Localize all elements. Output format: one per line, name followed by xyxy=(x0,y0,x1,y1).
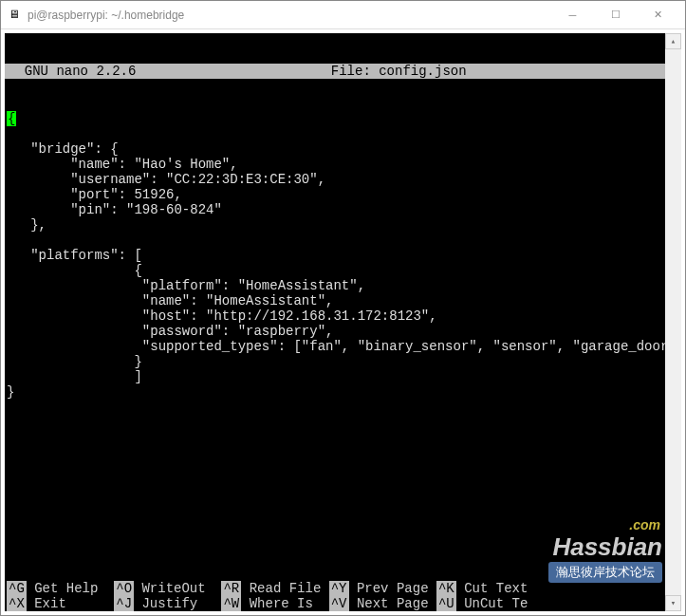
scroll-up-button[interactable]: ▴ xyxy=(665,33,681,49)
nano-version: GNU nano 2.2.6 xyxy=(9,64,136,79)
code-line: } xyxy=(7,354,142,369)
code-line: "name": "Hao's Home", xyxy=(7,157,238,172)
close-button[interactable]: ✕ xyxy=(637,2,679,28)
shortcut-uncut[interactable]: ^U xyxy=(436,596,456,611)
nano-header: GNU nano 2.2.6 File: config.json xyxy=(5,64,665,79)
scroll-down-button[interactable]: ▾ xyxy=(665,595,681,611)
shortcut-label: Get Help xyxy=(27,581,114,596)
shortcut-next-page[interactable]: ^V xyxy=(329,596,349,611)
code-line: "bridge": { xyxy=(7,141,119,157)
code-line: "name": "HomeAssistant", xyxy=(7,293,333,308)
code-line: "platform": "HomeAssistant", xyxy=(7,278,365,293)
minimize-button[interactable]: ─ xyxy=(551,2,594,28)
putty-icon: 🖥 xyxy=(7,8,22,23)
nano-file: File: config.json xyxy=(136,64,661,79)
window-controls: ─ ☐ ✕ xyxy=(551,2,679,28)
shortcut-label: Prev Page xyxy=(349,581,436,596)
shortcut-label: Where Is xyxy=(241,596,328,611)
code-line: "password": "raspberry", xyxy=(7,324,333,339)
code-line: ] xyxy=(7,369,142,384)
shortcut-prev-page[interactable]: ^Y xyxy=(329,581,349,596)
titlebar[interactable]: 🖥 pi@raspberrypi: ~/.homebridge ─ ☐ ✕ xyxy=(1,1,685,29)
shortcut-label: Next Page xyxy=(349,596,436,611)
shortcut-label: Read File xyxy=(241,581,328,596)
terminal-area: GNU nano 2.2.6 File: config.json { "brid… xyxy=(5,33,681,611)
scrollbar[interactable]: ▴ ▾ xyxy=(665,33,681,611)
code-line: "username": "CC:22:3D:E3:CE:30", xyxy=(7,172,325,187)
code-line: "pin": "198-60-824" xyxy=(7,202,222,217)
shortcut-read-file[interactable]: ^R xyxy=(221,581,241,596)
code-line: "host": "http://192.168.31.172:8123", xyxy=(7,308,437,324)
code-line: "port": 51926, xyxy=(7,187,182,202)
shortcut-exit[interactable]: ^X xyxy=(7,596,27,611)
shortcut-label: Justify xyxy=(134,596,221,611)
code-line: }, xyxy=(7,217,46,233)
scroll-track[interactable] xyxy=(665,49,681,595)
shortcut-cut-text[interactable]: ^K xyxy=(436,581,456,596)
terminal[interactable]: GNU nano 2.2.6 File: config.json { "brid… xyxy=(5,33,665,611)
putty-window: 🖥 pi@raspberrypi: ~/.homebridge ─ ☐ ✕ GN… xyxy=(0,0,686,616)
shortcut-where-is[interactable]: ^W xyxy=(221,596,241,611)
window-title: pi@raspberrypi: ~/.homebridge xyxy=(28,9,551,22)
shortcut-writeout[interactable]: ^O xyxy=(114,581,134,596)
code-line: { xyxy=(7,263,142,278)
shortcut-justify[interactable]: ^J xyxy=(114,596,134,611)
code-line: "platforms": [ xyxy=(7,248,142,263)
code-line: "supported_types": ["fan", "binary_senso… xyxy=(7,339,665,354)
nano-shortcuts: ^G Get Help ^O WriteOut ^R Read File ^Y … xyxy=(5,566,665,611)
cursor: { xyxy=(7,111,16,126)
maximize-button[interactable]: ☐ xyxy=(594,2,637,28)
shortcut-label: Cut Text xyxy=(456,581,544,596)
shortcut-label: Exit xyxy=(27,596,114,611)
shortcut-label: WriteOut xyxy=(134,581,221,596)
shortcut-label: UnCut Te xyxy=(456,596,528,611)
code-line: } xyxy=(7,384,14,400)
shortcut-get-help[interactable]: ^G xyxy=(7,581,27,596)
editor-content[interactable]: { "bridge": { "name": "Hao's Home", "use… xyxy=(5,109,665,401)
